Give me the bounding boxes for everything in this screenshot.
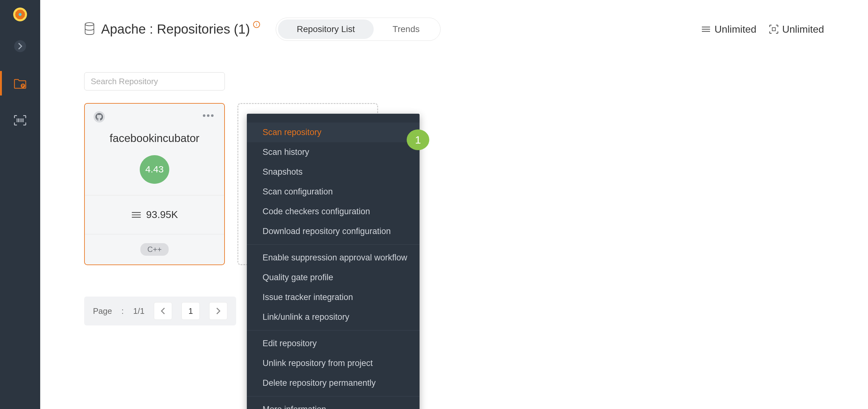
search-input[interactable] [84,72,225,90]
sidebar-item-scans[interactable] [0,108,40,133]
next-page-button[interactable] [209,302,227,320]
info-icon[interactable]: i [253,21,260,28]
view-tabs: Repository List Trends [276,18,441,41]
menu-link-unlink[interactable]: Link/unlink a repository [247,307,420,327]
menu-delete-repository[interactable]: Delete repository permanently [247,373,420,393]
repository-lines: 93.95K [85,195,224,234]
chevron-left-icon [161,308,165,315]
svg-text:P: P [22,84,24,88]
folder-icon: P [13,76,27,90]
menu-scan-repository[interactable]: Scan repository [247,122,420,142]
menu-scan-history[interactable]: Scan history [247,142,420,162]
page-title: Apache : Repositories (1) [101,22,250,37]
pagination-label: Page [93,306,112,316]
prev-page-button[interactable] [154,302,172,320]
sidebar: P [0,0,40,409]
menu-enable-suppression[interactable]: Enable suppression approval workflow [247,248,420,268]
menu-snapshots[interactable]: Snapshots [247,162,420,182]
menu-download-config[interactable]: Download repository configuration [247,222,420,241]
expand-sidebar-button[interactable] [14,40,26,52]
lines-icon [131,211,142,218]
page-header: Apache : Repositories (1) i Repository L… [84,18,824,41]
menu-edit-repository[interactable]: Edit repository [247,333,420,353]
sidebar-item-projects[interactable]: P [0,71,40,95]
tour-step-badge: 1 [407,129,429,150]
lines-icon [701,26,711,33]
chevron-right-icon [18,43,22,50]
menu-code-checkers[interactable]: Code checkers configuration [247,202,420,222]
language-chip: C++ [141,243,168,256]
svg-rect-3 [772,28,775,31]
repository-score: 4.43 [140,155,169,184]
repository-card[interactable]: facebookincubator 4.43 93.95K C++ [84,103,225,265]
lines-quota: Unlimited [701,24,756,35]
card-menu-button[interactable] [201,111,215,120]
menu-unlink-repository[interactable]: Unlink repository from project [247,353,420,373]
repository-lines-value: 93.95K [146,209,178,221]
pagination-sep: : [122,306,124,316]
menu-scan-configuration[interactable]: Scan configuration [247,182,420,202]
github-icon [94,111,105,122]
menu-more-information[interactable]: More information [247,400,420,409]
main-content: Apache : Repositories (1) i Repository L… [40,0,868,409]
menu-quality-gate[interactable]: Quality gate profile [247,268,420,287]
repository-context-menu: Scan repository Scan history Snapshots S… [247,114,420,409]
pagination: Page : 1/1 1 [84,296,236,325]
lines-quota-value: Unlimited [714,24,756,35]
app-logo-icon[interactable] [13,7,27,21]
page-number-input[interactable]: 1 [182,302,200,320]
pagination-of: 1/1 [133,306,145,316]
barcode-icon [13,113,27,127]
svg-point-2 [85,23,94,26]
tab-repository-list[interactable]: Repository List [278,20,374,39]
qr-icon [769,25,778,34]
repository-name: facebookincubator [85,132,224,145]
menu-issue-tracker[interactable]: Issue tracker integration [247,287,420,307]
scan-quota-value: Unlimited [782,24,824,35]
scan-quota: Unlimited [769,24,824,35]
tab-trends[interactable]: Trends [374,20,438,39]
chevron-right-icon [216,308,220,315]
database-icon [84,22,95,36]
